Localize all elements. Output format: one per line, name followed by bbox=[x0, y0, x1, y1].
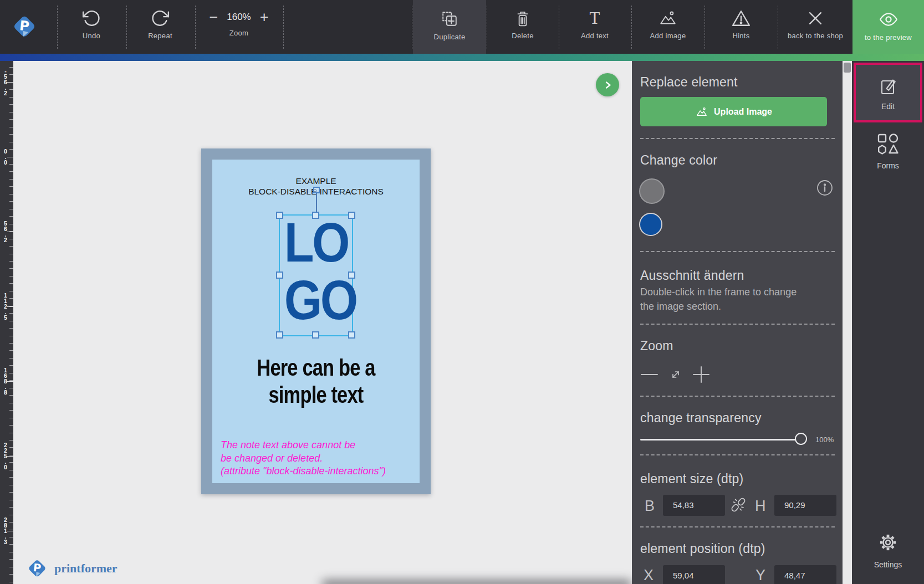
zoom-in-icon[interactable] bbox=[692, 366, 710, 383]
hints-label: Hints bbox=[732, 32, 749, 40]
tab-edit-label: Edit bbox=[881, 102, 895, 111]
rotation-handle[interactable] bbox=[313, 187, 320, 193]
transparency-slider-track[interactable] bbox=[640, 439, 801, 440]
duplicate-label: Duplicate bbox=[434, 33, 466, 41]
footer-brand: P printformer bbox=[25, 556, 118, 581]
tab-forms-label: Forms bbox=[877, 161, 899, 170]
upload-image-label: Upload Image bbox=[714, 107, 772, 117]
repeat-label: Repeat bbox=[148, 32, 172, 40]
link-broken-icon[interactable] bbox=[730, 496, 747, 513]
info-icon[interactable] bbox=[816, 180, 833, 196]
height-label: H bbox=[755, 498, 766, 515]
undo-button[interactable]: Undo bbox=[55, 0, 128, 54]
panel-scrollbar[interactable] bbox=[843, 61, 852, 584]
back-to-shop-label: back to the shop bbox=[788, 32, 843, 40]
panel-separator bbox=[640, 396, 835, 397]
ausschnitt-help-text: Double-click in the frame to change the … bbox=[640, 285, 797, 314]
transparency-value: 100% bbox=[815, 436, 834, 444]
mode-sidebar: Edit Forms bbox=[852, 61, 924, 584]
selection-handle[interactable] bbox=[312, 331, 319, 339]
selection-handle[interactable] bbox=[348, 271, 355, 279]
panel-separator bbox=[640, 138, 835, 139]
duplicate-button[interactable]: Duplicate bbox=[413, 0, 486, 54]
panel-separator bbox=[640, 526, 835, 527]
add-text-label: Add text bbox=[581, 32, 609, 40]
width-input[interactable]: 54,83 bbox=[663, 495, 725, 516]
collapse-panel-button[interactable] bbox=[596, 73, 619, 96]
delete-button[interactable]: Delete bbox=[486, 0, 559, 54]
panel-separator bbox=[640, 324, 835, 325]
accent-gradient-bar bbox=[0, 54, 924, 61]
printformer-logo-icon: P bbox=[10, 12, 39, 41]
eye-icon bbox=[878, 10, 899, 29]
selection-handle[interactable] bbox=[312, 212, 319, 219]
svg-text:P: P bbox=[19, 18, 30, 34]
selection-handle[interactable] bbox=[276, 271, 283, 279]
add-image-label: Add image bbox=[650, 32, 686, 40]
top-toolbar: P Undo Repeat − 160% bbox=[0, 0, 924, 54]
duplicate-icon bbox=[440, 9, 460, 29]
svg-text:P: P bbox=[33, 561, 42, 575]
undo-label: Undo bbox=[83, 32, 100, 40]
add-image-button[interactable]: Add image bbox=[631, 0, 705, 54]
footer-brand-name: printformer bbox=[54, 561, 118, 576]
width-label: B bbox=[645, 498, 655, 515]
expand-icon[interactable] bbox=[668, 367, 683, 382]
back-to-shop-button[interactable]: back to the shop bbox=[774, 0, 856, 54]
tab-edit[interactable]: Edit bbox=[854, 63, 922, 122]
to-preview-button[interactable]: to the preview bbox=[852, 0, 924, 54]
add-image-icon bbox=[658, 9, 678, 28]
selection-handle[interactable] bbox=[276, 212, 283, 219]
selection-handle[interactable] bbox=[348, 331, 355, 339]
element-size-title: element size (dtp) bbox=[640, 472, 743, 486]
zoom-in-button[interactable]: + bbox=[260, 11, 269, 23]
upload-image-icon bbox=[695, 106, 708, 118]
x-position-label: X bbox=[644, 567, 654, 584]
design-canvas[interactable]: EXAMPLE BLOCK-DISABLE-INTERACTIONS Here … bbox=[13, 61, 632, 584]
transparency-slider-knob[interactable] bbox=[795, 433, 807, 445]
close-icon bbox=[806, 9, 825, 28]
to-preview-label: to the preview bbox=[865, 33, 912, 42]
y-position-label: Y bbox=[755, 567, 765, 584]
repeat-button[interactable]: Repeat bbox=[124, 0, 197, 54]
ruler-vertical: -56.20.056.2112.5168.8225.0281.3 bbox=[0, 61, 13, 584]
printformer-footer-logo-icon: P bbox=[25, 556, 49, 581]
simple-text-element[interactable]: Here can be a simple text bbox=[222, 354, 410, 408]
ausschnitt-title: Ausschnitt ändern bbox=[640, 268, 744, 283]
zoom-out-button[interactable]: − bbox=[209, 11, 218, 23]
upload-image-button[interactable]: Upload Image bbox=[640, 97, 827, 126]
panel-scrollbar-thumb[interactable] bbox=[844, 63, 851, 73]
warning-icon bbox=[731, 9, 751, 28]
printformer-editor: P Undo Repeat − 160% bbox=[0, 0, 924, 584]
edit-panel: Replace element Upload Image Change colo… bbox=[632, 61, 843, 584]
hints-button[interactable]: Hints bbox=[705, 0, 778, 54]
panel-separator bbox=[640, 454, 835, 455]
selection-handle[interactable] bbox=[276, 331, 283, 339]
note-text-element: The note text above cannot be be changed… bbox=[221, 439, 386, 478]
add-text-icon: T bbox=[585, 9, 604, 28]
panel-separator bbox=[640, 251, 835, 252]
change-color-title: Change color bbox=[640, 153, 717, 168]
y-position-input[interactable]: 48,47 bbox=[774, 565, 836, 584]
color-swatch-gray[interactable] bbox=[639, 178, 665, 204]
tab-settings-label: Settings bbox=[874, 560, 902, 569]
trash-icon bbox=[513, 9, 532, 28]
selection-handle[interactable] bbox=[348, 212, 355, 219]
printformer-logo: P bbox=[10, 12, 39, 41]
zoom-out-icon[interactable] bbox=[640, 366, 659, 383]
x-position-input[interactable]: 59,04 bbox=[663, 565, 725, 584]
toolbar-separator bbox=[283, 6, 284, 49]
panel-zoom-title: Zoom bbox=[640, 339, 673, 354]
tab-settings[interactable]: Settings bbox=[852, 530, 924, 569]
edit-icon bbox=[877, 75, 899, 97]
element-position-title: element position (dtp) bbox=[640, 541, 765, 556]
add-text-button[interactable]: T Add text bbox=[558, 0, 631, 54]
replace-element-title: Replace element bbox=[640, 75, 738, 90]
height-input[interactable]: 90,29 bbox=[774, 495, 836, 516]
chevron-right-icon bbox=[601, 79, 614, 91]
color-swatch-blue[interactable] bbox=[639, 213, 662, 236]
transparency-title: change transparency bbox=[640, 411, 762, 426]
selected-logo-element[interactable]: LO GO bbox=[279, 214, 353, 336]
delete-label: Delete bbox=[512, 32, 533, 40]
tab-forms[interactable]: Forms bbox=[852, 132, 924, 170]
